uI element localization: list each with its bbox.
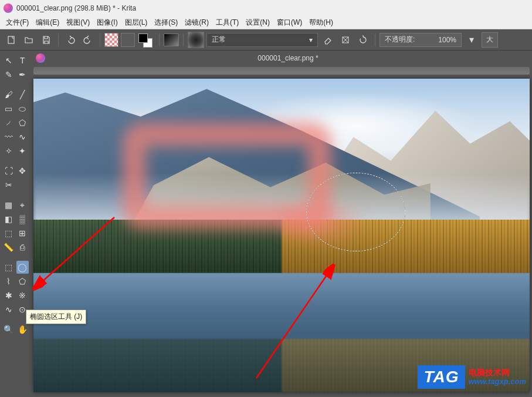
color-picker-tool[interactable]: ⌖ [16, 198, 29, 211]
menu-window[interactable]: 窗口(W) [273, 16, 306, 29]
move-tool[interactable]: ↖ [2, 54, 15, 67]
multibrush-tool[interactable]: ✦ [16, 144, 29, 157]
assistant-tool[interactable]: ⊞ [16, 227, 29, 240]
reload-preset-button[interactable] [355, 32, 371, 48]
gradient-tool[interactable]: ◧ [2, 213, 15, 226]
menu-select[interactable]: 选择(S) [151, 16, 181, 29]
zoom-tool[interactable]: 🔍 [2, 323, 15, 336]
measure-tool[interactable]: 📏 [2, 241, 15, 254]
toolbox: ↖T ✎✒ 🖌╱ ▭⬭ ⟋⬠ 〰∿ ✧✦ ⛶✥ ✂ ▦⌖ ◧▒ ⬚⊞ 📏⎙ ⬚◯… [0, 51, 31, 397]
tooltip: 椭圆选区工具 (J) [26, 309, 86, 324]
menu-layer[interactable]: 图层(L) [121, 16, 151, 29]
texture-swatch[interactable] [121, 33, 135, 47]
bezier-select-tool[interactable]: ∿ [2, 303, 15, 316]
opacity-label: 不透明度: [385, 35, 415, 45]
rect-select-tool[interactable]: ⬚ [2, 261, 15, 274]
svg-rect-0 [8, 36, 14, 43]
title-bar: 000001_clear.png (298.8 MiB) * - Krita [0, 0, 532, 16]
save-file-button[interactable] [39, 32, 54, 48]
menu-settings[interactable]: 设置(N) [242, 16, 273, 29]
main-toolbar: 正常 ▾ 不透明度: 100% ▾ 大 [0, 29, 532, 51]
line-tool[interactable]: ╱ [16, 88, 29, 101]
edit-shapes-tool[interactable]: ✎ [2, 68, 15, 81]
selection-marquee [306, 173, 405, 251]
similar-select-tool[interactable]: ※ [16, 289, 29, 302]
freehand-tool[interactable]: ∿ [16, 130, 29, 143]
smart-fill-tool[interactable]: ⬚ [2, 227, 15, 240]
reference-tool[interactable]: ⎙ [16, 241, 29, 254]
blend-mode-dropdown[interactable]: 正常 ▾ [206, 33, 318, 47]
brush-tool[interactable]: 🖌 [2, 88, 15, 101]
new-file-button[interactable] [4, 32, 19, 48]
opacity-dropdown-icon[interactable]: ▾ [464, 32, 479, 48]
watermark: TAG 电脑技术网 www.tagxp.com [418, 365, 526, 389]
watermark-tag: TAG [418, 365, 465, 389]
document-tab-strip: 000001_clear.png * [31, 51, 532, 66]
menu-file[interactable]: 文件(F) [2, 16, 32, 29]
watermark-line2: www.tagxp.com [469, 378, 526, 386]
alpha-lock-button[interactable] [338, 32, 353, 48]
chevron-down-icon: ▾ [309, 36, 313, 44]
pattern-swatch[interactable] [104, 33, 118, 47]
gradient-swatch[interactable] [164, 33, 179, 46]
ellipse-tool[interactable]: ⬭ [16, 102, 29, 115]
menu-filter[interactable]: 滤镜(R) [181, 16, 212, 29]
color-foreground-background[interactable] [137, 32, 155, 48]
rectangle-tool[interactable]: ▭ [2, 102, 15, 115]
undo-button[interactable] [63, 32, 78, 48]
fill-tool[interactable]: ▦ [2, 198, 15, 211]
ellipse-select-tool[interactable]: ◯ [16, 261, 29, 274]
watermark-line1: 电脑技术网 [469, 368, 526, 377]
polygonal-select-tool[interactable]: ⬠ [16, 275, 29, 288]
pan-tool[interactable]: ✋ [16, 323, 29, 336]
canvas[interactable]: TAG 电脑技术网 www.tagxp.com [33, 79, 530, 392]
document-tab-title[interactable]: 000001_clear.png * [49, 54, 527, 62]
open-file-button[interactable] [21, 32, 36, 48]
document-icon [36, 53, 45, 63]
canvas-area: 000001_clear.png * [31, 51, 532, 397]
pattern-edit-tool[interactable]: ▒ [16, 213, 29, 226]
blend-mode-value: 正常 [212, 35, 226, 45]
calligraphy-tool[interactable]: ✒ [16, 68, 29, 81]
window-title: 000001_clear.png (298.8 MiB) * - Krita [16, 4, 136, 12]
menu-help[interactable]: 帮助(H) [306, 16, 337, 29]
foreground-color-swatch[interactable] [138, 33, 148, 43]
menu-edit[interactable]: 编辑(E) [32, 16, 63, 29]
transform-tool[interactable]: ⛶ [2, 164, 15, 177]
polygon-tool[interactable]: ⬠ [16, 116, 29, 129]
redo-button[interactable] [80, 32, 96, 48]
size-button[interactable]: 大 [482, 32, 498, 48]
menu-image[interactable]: 图像(I) [93, 16, 121, 29]
contiguous-select-tool[interactable]: ✱ [2, 289, 15, 302]
menu-bar: 文件(F) 编辑(E) 视图(V) 图像(I) 图层(L) 选择(S) 滤镜(R… [0, 16, 532, 29]
move-layer-tool[interactable]: ✥ [16, 164, 29, 177]
bezier-tool[interactable]: 〰 [2, 130, 15, 143]
horizontal-scrollbar[interactable] [33, 67, 530, 75]
brush-preset[interactable] [188, 32, 204, 48]
eraser-toggle[interactable] [320, 32, 336, 48]
menu-tools[interactable]: 工具(T) [212, 16, 242, 29]
polyline-tool[interactable]: ⟋ [2, 116, 15, 129]
menu-view[interactable]: 视图(V) [63, 16, 93, 29]
dynamic-brush-tool[interactable]: ✧ [2, 144, 15, 157]
opacity-value: 100% [438, 36, 456, 44]
text-tool[interactable]: T [16, 54, 29, 67]
crop-tool[interactable]: ✂ [2, 179, 15, 191]
freehand-select-tool[interactable]: ⌇ [2, 275, 15, 288]
opacity-control[interactable]: 不透明度: 100% [379, 33, 462, 47]
krita-app-icon [4, 4, 13, 13]
